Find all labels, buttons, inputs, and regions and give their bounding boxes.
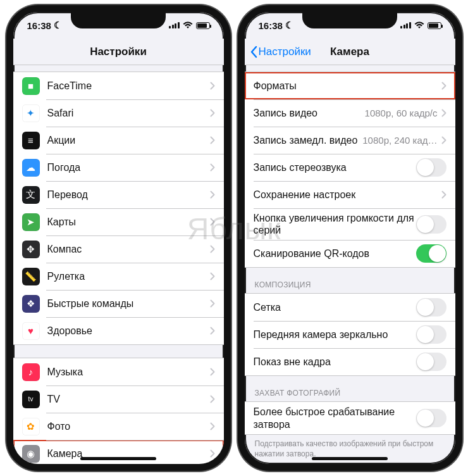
toggle-switch[interactable] <box>416 298 446 316</box>
row-label: Перевод <box>47 189 210 201</box>
row-label: Сканирование QR-кодов <box>254 247 416 260</box>
toggle-switch[interactable] <box>416 244 446 263</box>
app-icon: ≡ <box>22 132 40 149</box>
settings-row-компас[interactable]: ✥Компас <box>13 235 224 263</box>
phone-settings: 16:38 ☾ Настройки ■FaceTime✦Safari≡Акции… <box>6 5 231 471</box>
app-icon: ➤ <box>22 213 40 231</box>
chevron-right-icon <box>441 82 446 90</box>
navbar: Настройки Камера <box>245 39 455 65</box>
row-label: Рулетка <box>47 270 210 282</box>
battery-icon <box>428 22 441 29</box>
row-label: Показ вне кадра <box>254 356 416 368</box>
app-icon: ■ <box>22 77 40 95</box>
row-label: TV <box>47 393 210 405</box>
row-label: Safari <box>47 107 210 119</box>
toggle-switch[interactable] <box>416 158 446 177</box>
settings-row-facetime[interactable]: ■FaceTime <box>13 72 224 99</box>
chevron-right-icon <box>210 136 215 144</box>
page-title: Камера <box>330 46 369 58</box>
app-icon: tv <box>22 391 40 408</box>
camera-row-кнопка-увеличения-громкости-для-серий[interactable]: Кнопка увеличения громкости для серий <box>245 208 455 240</box>
row-label: Погода <box>47 161 210 173</box>
chevron-right-icon <box>210 327 215 335</box>
app-icon: 📏 <box>22 268 40 285</box>
camera-row-сетка[interactable]: Сетка <box>245 294 455 321</box>
chevron-right-icon <box>210 299 215 308</box>
chevron-right-icon <box>210 449 215 458</box>
app-icon: ♥ <box>22 322 40 340</box>
camera-row-сканирование-qr-кодов[interactable]: Сканирование QR-кодов <box>245 240 455 267</box>
navbar: Настройки <box>13 39 224 65</box>
camera-row-передняя-камера-зеркально[interactable]: Передняя камера зеркально <box>245 321 455 348</box>
chevron-right-icon <box>210 82 215 90</box>
chevron-right-icon <box>441 191 446 199</box>
row-label: Запись замедл. видео <box>254 134 363 146</box>
row-label: Сетка <box>254 301 416 313</box>
camera-settings-content[interactable]: ФорматыЗапись видео1080p, 60 кадр/сЗапис… <box>245 65 455 464</box>
cellular-icon <box>400 22 411 28</box>
settings-row-safari[interactable]: ✦Safari <box>13 99 224 127</box>
settings-row-камера[interactable]: ◉Камера <box>13 440 224 464</box>
row-label: Быстрые команды <box>47 298 210 310</box>
row-label: Музыка <box>47 366 210 378</box>
row-label: Передняя камера зеркально <box>254 329 416 341</box>
chevron-right-icon <box>210 163 215 172</box>
app-icon: ◉ <box>22 445 40 463</box>
status-time: 16:38 <box>259 20 283 31</box>
app-icon: ❖ <box>22 295 40 313</box>
page-title: Настройки <box>90 46 147 58</box>
toggle-switch[interactable] <box>416 409 446 427</box>
settings-row-tv[interactable]: tvTV <box>13 385 224 413</box>
app-icon: ♪ <box>22 363 40 381</box>
camera-row-запись-замедл-видео[interactable]: Запись замедл. видео1080p, 240 кад… <box>245 127 455 154</box>
row-label: Сохранение настроек <box>254 189 441 201</box>
chevron-right-icon <box>210 191 215 199</box>
chevron-right-icon <box>210 218 215 226</box>
notch <box>302 12 397 28</box>
chevron-right-icon <box>210 395 215 403</box>
back-button[interactable]: Настройки <box>250 46 311 58</box>
toggle-switch[interactable] <box>416 353 446 371</box>
camera-row-более-быстрое-срабатывание-затвора[interactable]: Более быстрое срабатывание затвора <box>245 402 455 434</box>
chevron-right-icon <box>210 272 215 280</box>
row-label: Компас <box>47 243 210 255</box>
wifi-icon <box>183 20 193 31</box>
camera-row-запись-стереозвука[interactable]: Запись стереозвука <box>245 154 455 181</box>
settings-row-здоровье[interactable]: ♥Здоровье <box>13 317 224 344</box>
wifi-icon <box>414 20 424 31</box>
camera-row-сохранение-настроек[interactable]: Сохранение настроек <box>245 181 455 208</box>
app-icon: 文 <box>22 186 40 204</box>
row-label: Более быстрое срабатывание затвора <box>254 406 416 430</box>
notch <box>71 12 166 28</box>
settings-row-рулетка[interactable]: 📏Рулетка <box>13 263 224 290</box>
section-footer-capture: Подстраивать качество изображений при бы… <box>245 435 455 459</box>
row-label: Фото <box>47 420 210 432</box>
row-detail: 1080p, 60 кадр/с <box>365 108 438 118</box>
chevron-right-icon <box>441 136 446 144</box>
settings-row-акции[interactable]: ≡Акции <box>13 127 224 154</box>
camera-row-запись-видео[interactable]: Запись видео1080p, 60 кадр/с <box>245 99 455 127</box>
toggle-switch[interactable] <box>416 215 446 234</box>
camera-row-показ-вне-кадра[interactable]: Показ вне кадра <box>245 348 455 375</box>
app-icon: ✦ <box>22 104 40 122</box>
settings-row-карты[interactable]: ➤Карты <box>13 208 224 235</box>
toggle-switch[interactable] <box>416 325 446 344</box>
chevron-right-icon <box>210 422 215 430</box>
camera-row-форматы[interactable]: Форматы <box>245 72 455 99</box>
row-label: Здоровье <box>47 325 210 337</box>
cellular-icon <box>169 22 180 28</box>
row-label: Акции <box>47 134 210 146</box>
settings-content[interactable]: ■FaceTime✦Safari≡Акции☁Погода文Перевод➤Ка… <box>13 65 224 464</box>
settings-row-погода[interactable]: ☁Погода <box>13 154 224 181</box>
app-icon: ☁ <box>22 159 40 177</box>
dnd-moon-icon: ☾ <box>54 20 62 31</box>
settings-row-фото[interactable]: ✿Фото <box>13 413 224 440</box>
settings-row-перевод[interactable]: 文Перевод <box>13 181 224 208</box>
chevron-right-icon <box>441 109 446 117</box>
home-indicator <box>312 457 388 460</box>
section-header-composition: Композиция <box>245 280 455 293</box>
row-label: FaceTime <box>47 80 210 92</box>
phone-camera-settings: 16:38 ☾ Настройки Камера ФорматыЗапись в… <box>238 5 462 471</box>
settings-row-музыка[interactable]: ♪Музыка <box>13 358 224 385</box>
settings-row-быстрые-команды[interactable]: ❖Быстрые команды <box>13 290 224 317</box>
